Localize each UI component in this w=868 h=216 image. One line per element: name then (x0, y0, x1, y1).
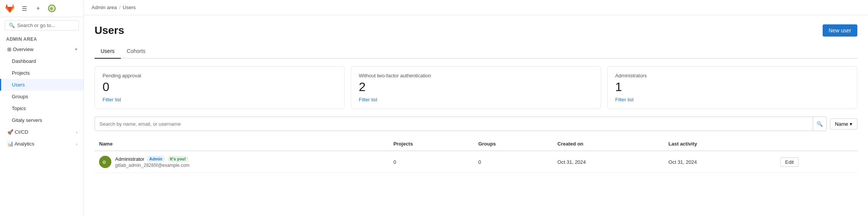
main-content: Admin area / Users Users New user Users … (84, 0, 868, 216)
profile-btn[interactable]: ⚙ (47, 3, 57, 14)
sidebar-item-label-gitaly: Gitaly servers (12, 117, 42, 123)
stat-card-pending: Pending approval 0 Filter list (95, 66, 345, 109)
stat-label-admins: Administrators (615, 73, 849, 78)
sidebar-nav: ⊞ Overview ▾ Dashboard Projects Users Gr… (0, 43, 83, 150)
badge-admin: Admin (147, 156, 165, 162)
table-header: Name Projects Groups Created on Last act… (95, 137, 857, 151)
stat-label-pending: Pending approval (103, 73, 337, 78)
stat-value-admins: 1 (615, 80, 849, 94)
col-header-groups: Groups (474, 137, 553, 151)
sidebar-item-cicd[interactable]: 🚀 CI/CD › (0, 126, 83, 138)
user-cell: ⚙ Administrator Admin It's you! gitlab_a… (95, 151, 389, 173)
overview-chevron: ▾ (75, 47, 77, 52)
sidebar-item-label-analytics: Analytics (14, 141, 34, 147)
stats-row: Pending approval 0 Filter list Without t… (95, 66, 857, 109)
table-row: ⚙ Administrator Admin It's you! gitlab_a… (95, 151, 857, 173)
col-header-actions (776, 137, 857, 151)
user-projects: 0 (389, 151, 474, 173)
users-table: Name Projects Groups Created on Last act… (95, 137, 857, 173)
sidebar-item-groups[interactable]: Groups (0, 91, 83, 102)
analytics-icon: 📊 (7, 141, 13, 147)
sidebar-header: ☰ + ⚙ (0, 0, 83, 17)
search-button[interactable]: 🔍 (813, 117, 826, 131)
cicd-chevron: › (76, 130, 77, 134)
sidebar-item-label-users: Users (12, 82, 25, 88)
analytics-chevron: › (76, 142, 77, 146)
user-name-row: Administrator Admin It's you! (115, 156, 189, 162)
user-details: Administrator Admin It's you! gitlab_adm… (115, 156, 189, 168)
search-icon: 🔍 (9, 22, 15, 28)
new-item-btn[interactable]: + (33, 3, 43, 14)
tab-users[interactable]: Users (95, 44, 121, 59)
stat-card-admins: Administrators 1 Filter list (607, 66, 857, 109)
search-wrapper: 🔍 (95, 117, 827, 131)
cicd-icon: 🚀 (7, 129, 13, 135)
col-header-name: Name (95, 137, 389, 151)
user-actions: Edit (776, 151, 857, 173)
search-sort-row: 🔍 Name ▾ (95, 117, 857, 131)
user-name: Administrator (115, 156, 144, 162)
page-header: Users New user (95, 24, 857, 37)
search-input[interactable] (95, 118, 813, 130)
sidebar-item-label-dashboard: Dashboard (12, 58, 36, 64)
sort-label: Name (835, 121, 848, 127)
sidebar-item-users[interactable]: Users (0, 79, 83, 91)
breadcrumb-root: Admin area (91, 5, 117, 10)
sidebar-item-label-projects: Projects (12, 70, 30, 76)
user-email: gitlab_admin_28285f@example.com (115, 163, 189, 168)
sidebar-item-dashboard[interactable]: Dashboard (0, 55, 83, 67)
sidebar-item-label-cicd: CI/CD (15, 129, 28, 135)
edit-user-button[interactable]: Edit (780, 157, 799, 167)
svg-text:⚙: ⚙ (102, 160, 106, 165)
badge-you: It's you! (167, 156, 189, 162)
stat-filter-pending[interactable]: Filter list (103, 97, 121, 102)
stat-filter-admins[interactable]: Filter list (615, 97, 634, 102)
col-header-activity: Last activity (664, 137, 776, 151)
breadcrumb-separator: / (119, 5, 120, 10)
user-groups: 0 (474, 151, 553, 173)
stat-filter-2fa[interactable]: Filter list (359, 97, 377, 102)
sort-chevron-icon: ▾ (850, 121, 852, 127)
sidebar-item-label-overview: Overview (13, 46, 34, 52)
sort-button[interactable]: Name ▾ (830, 118, 857, 130)
sidebar-item-gitaly[interactable]: Gitaly servers (0, 114, 83, 126)
avatar: ⚙ (99, 156, 111, 168)
sidebar-toggle-btn[interactable]: ☰ (19, 3, 30, 14)
overview-icon: ⊞ (7, 46, 11, 52)
user-activity: Oct 31, 2024 (664, 151, 776, 173)
user-info: ⚙ Administrator Admin It's you! gitlab_a… (99, 156, 384, 168)
sidebar-item-analytics[interactable]: 📊 Analytics › (0, 138, 83, 150)
page-content: Users New user Users Cohorts Pending app… (84, 15, 868, 216)
stat-card-2fa: Without two-factor authentication 2 Filt… (351, 66, 601, 109)
sidebar-toolbar: ☰ + ⚙ (19, 3, 57, 14)
topbar: Admin area / Users (84, 0, 868, 15)
col-header-created: Created on (553, 137, 664, 151)
search-label: Search or go to... (17, 22, 55, 28)
user-created: Oct 31, 2024 (553, 151, 664, 173)
tab-cohorts[interactable]: Cohorts (121, 44, 152, 59)
stat-value-pending: 0 (103, 80, 337, 94)
sidebar-item-overview[interactable]: ⊞ Overview ▾ (0, 43, 83, 55)
stat-value-2fa: 2 (359, 80, 593, 94)
stat-label-2fa: Without two-factor authentication (359, 73, 593, 78)
global-search[interactable]: 🔍 Search or go to... (5, 20, 79, 30)
sidebar-item-label-groups: Groups (12, 94, 28, 99)
search-icon: 🔍 (817, 121, 823, 127)
sidebar-item-projects[interactable]: Projects (0, 67, 83, 79)
table-body: ⚙ Administrator Admin It's you! gitlab_a… (95, 151, 857, 173)
sidebar-item-label-topics: Topics (12, 106, 26, 111)
sidebar-item-topics[interactable]: Topics (0, 102, 83, 114)
tabs-bar: Users Cohorts (95, 44, 857, 59)
gitlab-logo (5, 3, 15, 14)
page-title: Users (95, 24, 124, 37)
new-user-button[interactable]: New user (823, 24, 857, 37)
breadcrumb-current: Users (123, 5, 136, 10)
svg-text:⚙: ⚙ (50, 7, 53, 11)
sidebar: ☰ + ⚙ 🔍 Search or go to... Admin area ⊞ … (0, 0, 84, 216)
sidebar-section-title: Admin area (0, 34, 83, 43)
col-header-projects: Projects (389, 137, 474, 151)
